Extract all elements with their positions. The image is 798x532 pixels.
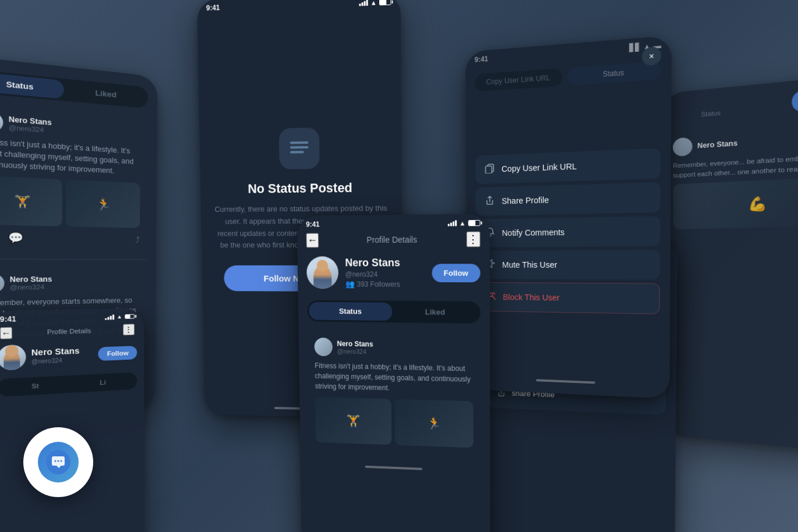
menu-label-copy-url: Copy User Link URL	[502, 162, 577, 174]
share-button[interactable]: ⤴	[136, 235, 140, 244]
app-icon	[23, 427, 93, 497]
menu-item-copy-url[interactable]: Copy User Link URL	[475, 148, 661, 184]
profile-bl: Nero Stans @nero324 Follow	[0, 336, 144, 376]
profile-info-main: Nero Stans @nero324 👥 393 Followers	[345, 257, 425, 289]
avatar-bl	[0, 345, 26, 371]
signal-bars	[359, 0, 368, 6]
time-context: 9:41	[475, 55, 489, 64]
tab-liked-main[interactable]: Liked	[392, 303, 478, 322]
menu-label-notify: Notify Comments	[502, 228, 565, 237]
name-bl: Nero Stans	[31, 345, 93, 357]
post-handle-main-post: @nero324	[337, 347, 373, 355]
svg-point-9	[58, 460, 59, 462]
post-text-main: Fitness isn't just a hobby; it's a lifes…	[315, 360, 473, 395]
time-main: 9:41	[306, 220, 320, 228]
svg-line-5	[493, 292, 495, 294]
bottom-indicator-main	[301, 459, 490, 480]
svg-point-8	[55, 460, 57, 462]
menu-item-notify[interactable]: Notify Comments	[476, 216, 661, 247]
svg-rect-3	[486, 166, 492, 173]
post-handle-2: @nero324	[10, 283, 52, 291]
profile-handle-main: @nero324	[345, 270, 425, 278]
svg-rect-0	[290, 141, 309, 144]
menu-label-block: Block This User	[503, 293, 560, 303]
post-username-main: Nero Stans	[337, 340, 373, 349]
battery-bl	[125, 314, 135, 319]
wifi-bl: ▲	[116, 314, 122, 320]
post-image-main-1	[315, 397, 391, 445]
svg-rect-1	[290, 146, 309, 149]
app-icon-inner	[38, 442, 79, 483]
back-bl[interactable]: ←	[0, 327, 12, 339]
menu-label-mute: Mute This User	[502, 260, 557, 269]
phone-context-menu: 9:41 ▋▋ ▲ ▬ Copy User Link URL Status ×	[465, 36, 672, 399]
tab-liked-left[interactable]: Liked	[64, 80, 146, 107]
nav-bar-main: ← Profile Details ⋮	[297, 229, 490, 249]
time-bl: 9:41	[0, 315, 16, 324]
nav-title-main: Profile Details	[366, 235, 417, 244]
wifi-icon: ▲	[370, 0, 377, 6]
signal-bl	[105, 314, 114, 320]
post-image-2	[66, 179, 140, 228]
signal-context: ▋▋	[629, 43, 641, 52]
menu-item-mute[interactable]: Mute This User	[476, 250, 660, 279]
status-bar-main: 9:41 ▲	[297, 214, 490, 230]
post-card-main: Nero Stans @nero324 Fitness isn't just a…	[308, 331, 481, 461]
phone-bottom-left: 9:41 ▲ ← Profile Details ⋮	[0, 308, 144, 532]
avatar-main	[306, 256, 338, 289]
post-avatar-2	[0, 274, 5, 293]
menu-label-share-profile: Share Profile	[502, 196, 549, 206]
post-card-1: Nero Stans @nero324 Fitness isn't just a…	[0, 102, 148, 253]
follow-bl[interactable]: Follow	[98, 346, 137, 361]
dots-bl[interactable]: ⋮	[123, 324, 135, 335]
profile-name-main: Nero Stans	[345, 257, 425, 269]
svg-rect-2	[290, 151, 304, 153]
tabs-main: Status Liked	[307, 300, 481, 324]
divider-1	[0, 258, 147, 260]
nav-title-bl: Profile Details	[47, 327, 91, 335]
wifi-icon-main: ▲	[459, 219, 465, 226]
time-center-left: 9:41	[206, 3, 220, 12]
share-icon	[485, 195, 495, 208]
tabs-bl: St Li	[0, 372, 137, 396]
tab-l-bl[interactable]: Li	[69, 374, 135, 391]
post-text-1: Fitness isn't just a hobby; it's a lifes…	[0, 136, 140, 177]
avatar-right-post	[673, 137, 693, 157]
back-button-main[interactable]: ←	[306, 233, 319, 247]
more-options-button[interactable]: ⋮	[467, 232, 481, 247]
menu-item-block[interactable]: Block This User	[476, 282, 660, 314]
phone-profile-main: 9:41 ▲ ← Profile Details ⋮	[297, 214, 490, 532]
tab-status-left[interactable]: Status	[0, 72, 64, 100]
menu-item-share-profile[interactable]: Share Profile	[475, 182, 661, 216]
name-right-post: Nero Stans	[697, 139, 737, 150]
post-image-1	[0, 176, 62, 226]
battery-icon	[379, 0, 391, 5]
comment-button[interactable]: 💬	[8, 231, 23, 244]
profile-followers-main: 👥 393 Followers	[345, 279, 425, 289]
main-scene: Status Liked Nero Stans @nero324 F	[0, 0, 798, 532]
no-status-icon	[279, 127, 320, 169]
indicator-bar-main	[365, 466, 423, 470]
copy-icon	[485, 163, 495, 176]
no-status-title: No Status Posted	[248, 180, 352, 197]
info-bl: Nero Stans @nero324	[31, 345, 93, 366]
context-menu-panel: Copy User Link URL Share Profile	[475, 86, 661, 375]
handle-bl: @nero324	[31, 356, 93, 364]
signal-bars-main	[448, 220, 457, 226]
image-right: 💪	[673, 176, 798, 229]
post-right: Nero Stans Remember, everyone... be afra…	[663, 117, 798, 236]
indicator-bar-context	[536, 379, 595, 384]
post-avatar-main	[315, 338, 333, 356]
tab-status-main[interactable]: Status	[309, 302, 393, 321]
tab-s-bl[interactable]: St	[0, 377, 69, 395]
post-avatar-1	[0, 111, 3, 133]
svg-point-10	[61, 460, 62, 462]
phone-far-right: 👍 💬 Nero Stans Remember, everyone... be …	[663, 74, 798, 453]
battery-icon-main	[468, 220, 481, 226]
post-image-main-2	[395, 399, 474, 448]
profile-section-main: Nero Stans @nero324 👥 393 Followers Foll…	[297, 249, 490, 296]
follow-button-main[interactable]: Follow	[432, 264, 480, 282]
post-username-2: Nero Stans	[10, 275, 52, 284]
